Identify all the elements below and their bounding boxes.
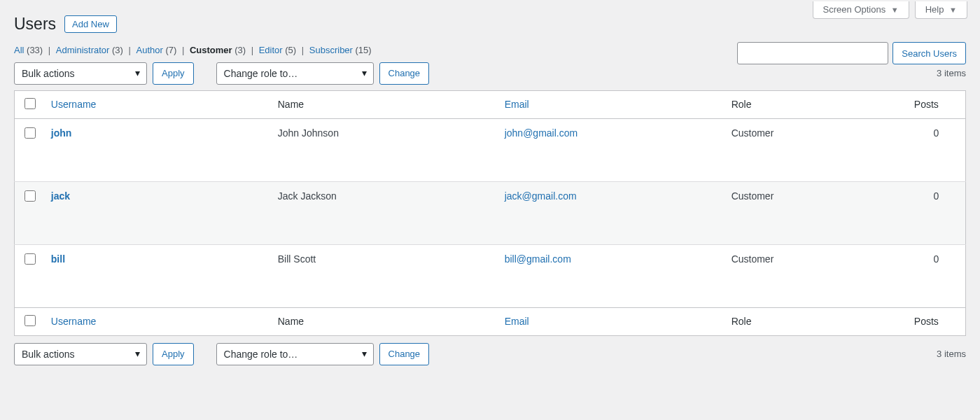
- user-role: Customer: [724, 181, 907, 244]
- row-checkbox[interactable]: [24, 127, 36, 139]
- username-link[interactable]: bill: [51, 253, 65, 265]
- user-role: Customer: [724, 118, 907, 181]
- filter-author[interactable]: Author (7): [136, 45, 176, 55]
- bulk-actions-select[interactable]: Bulk actions: [14, 62, 147, 85]
- table-row: jackJack Jacksonjack@gmail.comCustomer0: [15, 181, 966, 244]
- filter-all[interactable]: All (33): [14, 45, 43, 55]
- change-role-button[interactable]: Change: [379, 62, 430, 85]
- help-button[interactable]: Help ▼: [915, 1, 967, 19]
- screen-options-label: Screen Options: [823, 4, 886, 15]
- add-new-button[interactable]: Add New: [64, 15, 117, 33]
- user-name: John Johnson: [271, 118, 498, 181]
- filter-administrator[interactable]: Administrator (3): [56, 45, 123, 55]
- col-footer-role: Role: [724, 307, 907, 335]
- col-header-email[interactable]: Email: [498, 90, 724, 118]
- user-posts: 0: [907, 118, 966, 181]
- users-table: Username Name Email Role Posts johnJohn …: [14, 90, 966, 336]
- col-footer-name: Name: [271, 307, 498, 335]
- screen-options-button[interactable]: Screen Options ▼: [813, 1, 909, 19]
- chevron-down-icon: ▼: [949, 6, 957, 14]
- col-header-name: Name: [271, 90, 498, 118]
- col-footer-email[interactable]: Email: [498, 307, 724, 335]
- user-name: Jack Jackson: [271, 181, 498, 244]
- chevron-down-icon: ▼: [891, 6, 899, 14]
- items-count-top: 3 items: [937, 68, 966, 78]
- apply-bulk-button-bottom[interactable]: Apply: [153, 343, 194, 365]
- page-title: Users: [14, 14, 56, 35]
- select-all-bottom[interactable]: [24, 315, 36, 326]
- help-label: Help: [925, 4, 944, 15]
- user-posts: 0: [907, 181, 966, 244]
- filter-subscriber[interactable]: Subscriber (15): [309, 45, 372, 55]
- select-all-top[interactable]: [24, 98, 36, 109]
- change-role-button-bottom[interactable]: Change: [379, 343, 430, 365]
- apply-bulk-button[interactable]: Apply: [153, 62, 194, 85]
- change-role-select[interactable]: Change role to…: [216, 62, 374, 85]
- search-users-input[interactable]: [737, 42, 888, 64]
- user-name: Bill Scott: [271, 244, 498, 307]
- email-link[interactable]: jack@gmail.com: [505, 190, 577, 202]
- col-header-username[interactable]: Username: [44, 90, 271, 118]
- username-link[interactable]: john: [51, 127, 72, 139]
- username-link[interactable]: jack: [51, 190, 70, 202]
- user-role: Customer: [724, 244, 907, 307]
- items-count-bottom: 3 items: [937, 349, 966, 359]
- filter-editor[interactable]: Editor (5): [259, 45, 296, 55]
- col-header-posts: Posts: [907, 90, 966, 118]
- search-users-button[interactable]: Search Users: [892, 42, 966, 64]
- table-row: billBill Scottbill@gmail.comCustomer0: [15, 244, 966, 307]
- col-footer-posts: Posts: [907, 307, 966, 335]
- col-footer-username[interactable]: Username: [44, 307, 271, 335]
- col-header-role: Role: [724, 90, 907, 118]
- filter-customer[interactable]: Customer (3): [190, 45, 246, 55]
- row-checkbox[interactable]: [24, 190, 36, 202]
- row-checkbox[interactable]: [24, 253, 36, 265]
- user-posts: 0: [907, 244, 966, 307]
- bulk-actions-select-bottom[interactable]: Bulk actions: [14, 343, 147, 365]
- table-row: johnJohn Johnsonjohn@gmail.comCustomer0: [15, 118, 966, 181]
- change-role-select-bottom[interactable]: Change role to…: [216, 343, 374, 365]
- email-link[interactable]: bill@gmail.com: [505, 253, 571, 265]
- email-link[interactable]: john@gmail.com: [505, 127, 578, 139]
